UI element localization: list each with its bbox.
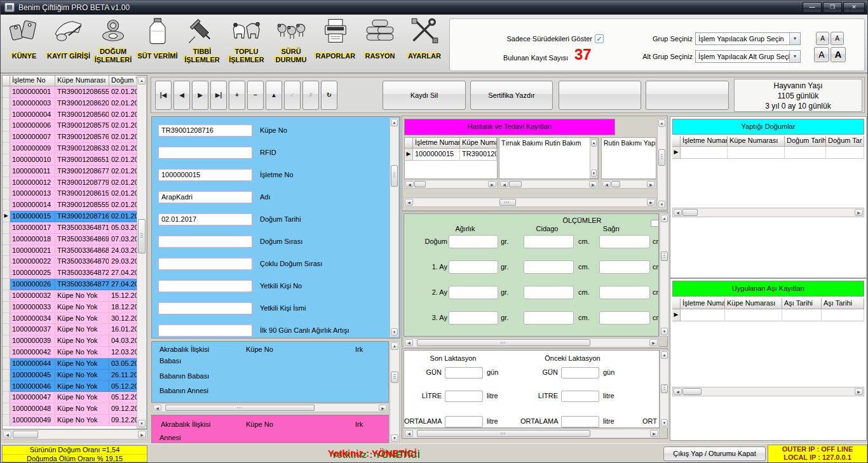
group-select[interactable]: İşlem Yapılacak Grup Seçin ▼ xyxy=(695,32,801,45)
column-header[interactable]: Küpe Numar xyxy=(460,138,497,149)
toolbar-button-kayit-girisi[interactable]: KAYIT GİRİŞİ xyxy=(46,15,91,72)
table-row[interactable]: 1000000010TR3900120865102.01.20 xyxy=(3,154,147,166)
title-bar[interactable]: Benim Çiftliğim PRO BETA v1.00 — ❐ ✕ xyxy=(1,1,868,15)
scroll-left-arrow-icon[interactable]: ◀ xyxy=(3,431,11,438)
table-row[interactable]: ▶1000000015TR3900120871602.01.20 xyxy=(3,211,147,222)
close-button[interactable]: ✕ xyxy=(843,2,865,13)
scroll-up-arrow-icon[interactable]: ▲ xyxy=(661,351,668,359)
scroll-thumb[interactable] xyxy=(391,165,398,187)
font-size-small-button[interactable]: A xyxy=(816,32,829,45)
table-row[interactable]: 1000000045Küpe No Yok26.11.20 xyxy=(3,370,147,381)
scroll-right-arrow-icon[interactable]: ▶ xyxy=(855,388,863,395)
measure-input[interactable] xyxy=(524,235,574,248)
show-only-herd-checkbox[interactable]: ✓ xyxy=(595,34,604,43)
health-memo2-horizontal-scrollbar[interactable]: ◀▶ xyxy=(601,180,656,189)
table-row[interactable]: 1000000012TR3900120877902.01.20 xyxy=(3,177,147,189)
subgroup-select[interactable]: İşlem Yapılacak Alt Grup Seçin ▼ xyxy=(695,50,801,63)
column-header[interactable]: Aşı Tarihi xyxy=(782,299,822,309)
table-row[interactable]: 1000000011TR3900120867702.01.20 xyxy=(3,166,147,177)
input-dogum-sirasi[interactable] xyxy=(158,236,252,248)
table-row[interactable]: 1000000049Küpe No Yok09.12.20 xyxy=(3,415,147,426)
scroll-right-arrow-icon[interactable]: ▶ xyxy=(650,430,658,437)
toolbar-button-kunye[interactable]: KÜNYE xyxy=(2,15,46,72)
pedigree-vertical-scrollbar[interactable]: ▲▼ xyxy=(390,341,400,443)
measurements-option-box[interactable] xyxy=(651,220,659,227)
column-header[interactable]: İşletme Numa xyxy=(681,299,725,309)
scroll-right-arrow-icon[interactable]: ▶ xyxy=(488,181,496,187)
measure-input[interactable] xyxy=(599,286,650,299)
lactation-previous-input[interactable] xyxy=(561,367,599,379)
column-header[interactable]: Aşı Tarihi xyxy=(822,299,864,309)
health-memo-vertical-scrollbar[interactable]: ▲▼ xyxy=(590,138,598,178)
health-memo-treatment[interactable]: Tırnak Bakımı Rutin Bakım xyxy=(499,137,599,179)
column-header[interactable]: İşletme Numar xyxy=(413,138,460,149)
scroll-thumb[interactable] xyxy=(509,181,522,187)
measure-input[interactable] xyxy=(449,260,498,274)
health-memo-result[interactable]: Rutin Bakımı Yapı xyxy=(601,137,656,179)
logout-button[interactable]: Çıkış Yap / Oturumu Kapat xyxy=(663,446,766,461)
scroll-right-arrow-icon[interactable]: ▶ xyxy=(647,199,655,206)
nav-last-button[interactable]: ▶| xyxy=(210,81,227,110)
table-row[interactable]: 1000000001TR3900120865502.01.20 xyxy=(3,86,147,98)
table-row[interactable]: 1000000037Küpe No Yok16.01.20 xyxy=(3,324,147,335)
table-row[interactable]: 1000000021TR3500336486824.03.20 xyxy=(3,245,147,257)
input-kupe-no[interactable]: TR39001208716 xyxy=(158,124,252,137)
health-memo-horizontal-scrollbar[interactable]: ◀▶ xyxy=(499,180,599,189)
nav-first-button[interactable]: |◀ xyxy=(155,81,172,110)
measure-input[interactable] xyxy=(524,260,574,274)
minimize-button[interactable]: — xyxy=(803,2,822,13)
column-header[interactable]: İşletme Numara xyxy=(681,136,728,147)
toolbar-button-tibbi-islemler[interactable]: TIBBİ İŞLEMLER xyxy=(180,15,224,72)
scroll-thumb[interactable] xyxy=(414,181,426,187)
scroll-right-arrow-icon[interactable]: ▶ xyxy=(589,181,597,187)
lactation-current-input[interactable] xyxy=(445,391,483,402)
table-row[interactable]: 1000000033Küpe No Yok18.12.20 xyxy=(3,302,147,313)
table-row[interactable]: 1000000006TR3900120857502.01.20 xyxy=(3,120,147,131)
delete-record-button[interactable]: Kaydı Sil xyxy=(383,81,466,110)
table-row[interactable]: 1000000032Küpe No Yok15.12.20 xyxy=(3,290,147,302)
scroll-down-arrow-icon[interactable]: ▼ xyxy=(591,170,597,177)
toolbar-button-suru-durumu[interactable]: SÜRÜ DURUMU xyxy=(269,15,313,72)
table-row[interactable]: 1000000022TR3500336487029.03.20 xyxy=(3,256,147,267)
table-row[interactable]: 1000000003TR3900120862002.01.20 xyxy=(3,98,147,109)
scroll-right-arrow-icon[interactable]: ▶ xyxy=(647,181,655,187)
scroll-up-arrow-icon[interactable]: ▲ xyxy=(658,119,665,127)
lactation-current-input[interactable] xyxy=(445,367,483,379)
table-row[interactable]: 1000000034Küpe No Yok30.12.20 xyxy=(3,313,147,325)
table-row[interactable]: 1000000018TR3500336486907.03.20 xyxy=(3,234,147,245)
scroll-thumb[interactable] xyxy=(661,252,668,261)
column-header-kupe-numarasi[interactable]: Küpe Numarası xyxy=(55,76,109,86)
table-row[interactable]: 1000000007TR3900120857602.01.20 xyxy=(3,131,147,143)
scroll-down-arrow-icon[interactable]: ▼ xyxy=(391,328,398,336)
scroll-left-arrow-icon[interactable]: ◀ xyxy=(153,405,161,411)
lactation-previous-input[interactable] xyxy=(561,416,599,427)
toolbar-button-ayarlar[interactable]: AYARLAR xyxy=(402,15,447,72)
scroll-up-arrow-icon[interactable]: ▲ xyxy=(661,215,668,222)
scroll-right-arrow-icon[interactable]: ▶ xyxy=(855,209,863,216)
scroll-thumb[interactable] xyxy=(682,209,698,216)
scroll-thumb[interactable] xyxy=(13,431,38,438)
scroll-thumb[interactable] xyxy=(682,388,702,395)
scroll-thumb[interactable] xyxy=(658,149,665,166)
scroll-down-arrow-icon[interactable]: ▼ xyxy=(138,420,146,427)
scroll-thumb[interactable] xyxy=(138,219,146,253)
measure-input[interactable] xyxy=(599,260,650,274)
restore-button[interactable]: ❐ xyxy=(823,2,842,13)
table-row[interactable]: 1000000009TR3900120863302.01.20 xyxy=(3,143,147,154)
health-section-vertical-scrollbar[interactable]: ▲▼ xyxy=(657,118,667,210)
lactation-vertical-scrollbar[interactable]: ▲▼ xyxy=(660,350,669,428)
table-row[interactable]: 1000000025TR3500336487227.04.20 xyxy=(3,267,147,279)
grid-row[interactable]: ▶ xyxy=(672,309,864,321)
toolbar-button-toplu-islemler[interactable]: TOPLU İŞLEMLER xyxy=(224,15,269,72)
nav-insert-button[interactable]: + xyxy=(229,81,245,110)
table-row[interactable]: 1000000047Küpe No Yok05.12.20 xyxy=(3,392,147,403)
measure-input[interactable] xyxy=(524,311,574,325)
input-dogum-tarihi[interactable]: 02.01.2017 xyxy=(158,213,252,225)
identity-form-vertical-scrollbar[interactable]: ▲▼ xyxy=(390,117,399,337)
table-row[interactable]: 1000000044Küpe No Yok03.05.20 xyxy=(3,358,147,370)
scroll-thumb[interactable] xyxy=(417,430,590,437)
column-header[interactable]: Doğum Tarihi xyxy=(785,136,826,147)
measure-input[interactable] xyxy=(599,311,650,325)
scroll-thumb[interactable] xyxy=(661,384,668,393)
vaccines-horizontal-scrollbar[interactable]: ◀▶ xyxy=(672,387,864,396)
